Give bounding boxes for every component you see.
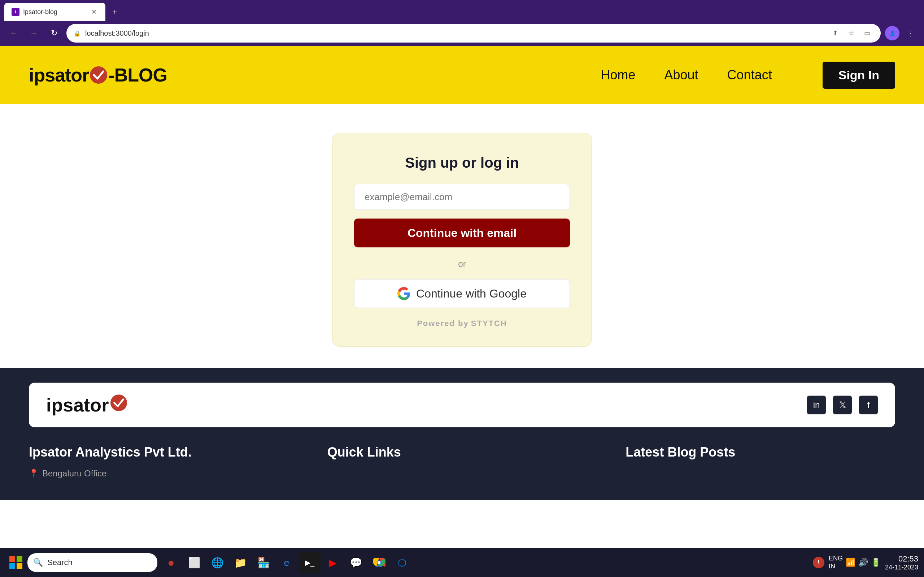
active-tab[interactable]: i Ipsator-blog ✕ [4,3,105,21]
brand-text-ipsator: ipsator [29,64,89,86]
language-indicator[interactable]: ENGIN [829,554,843,570]
sys-tray-icons: ENGIN 📶 🔊 🔋 [829,554,881,570]
brand-checkmark-icon [89,66,108,84]
tab-close-button[interactable]: ✕ [89,8,98,16]
taskbar-cortana[interactable]: ● [160,552,182,574]
google-icon [397,287,410,300]
taskbar-youtube[interactable]: ▶ [322,552,344,574]
reading-mode-icon[interactable]: ▭ [861,27,874,40]
taskbar-terminal[interactable]: ▶_ [299,552,320,574]
address-bar-row: ← → ↻ 🔒 localhost:3000/login ⬆ ☆ ▭ 👤 ⋮ [0,21,924,46]
or-line-right [472,264,570,264]
email-input[interactable] [354,184,570,210]
footer-bottom: Ipsator Analystics Pvt Ltd. 📍 Bengaluru … [29,445,895,479]
taskbar-right: ! ENGIN 📶 🔊 🔋 02:53 24-11-2023 [813,554,918,571]
windows-icon [9,555,23,570]
network-icon[interactable]: 📶 [846,558,855,567]
browser-chrome: i Ipsator-blog ✕ + ← → ↻ 🔒 localhost:300… [0,0,924,46]
user-avatar[interactable]: 👤 [885,26,900,40]
continue-google-text: Continue with Google [416,287,527,300]
share-icon[interactable]: ⬆ [829,27,842,40]
footer-brand: ipsator [46,394,128,416]
footer: ipsator in 𝕏 f Ipsator Analystics Pvt Lt… [0,368,924,500]
lock-icon: 🔒 [74,30,81,37]
start-button[interactable] [6,553,26,573]
chrome-icon [373,556,386,569]
tab-favicon: i [11,8,19,16]
menu-button[interactable]: ⋮ [902,25,918,41]
nav-home[interactable]: Home [601,68,635,82]
twitter-icon[interactable]: 𝕏 [833,396,852,414]
main-area: Sign up or log in Continue with email or… [0,104,924,368]
date-display: 24-11-2023 [885,564,918,571]
taskbar-search-text: Search [47,558,73,567]
navbar: ipsator -BLOG Home About Contact Sign In [0,46,924,104]
nav-links: Home About Contact Sign In [601,62,895,89]
footer-company-col: Ipsator Analystics Pvt Ltd. 📍 Bengaluru … [29,445,299,479]
login-title: Sign up or log in [405,155,519,171]
taskbar: 🔍 Search ● ⬜ 🌐 📁 🏪 e ▶_ ▶ 💬 ⬡ ! ENGIN 📶 [0,548,924,577]
footer-social-links: in 𝕏 f [807,396,878,414]
svg-point-1 [110,395,127,411]
taskbar-edge[interactable]: 🌐 [207,552,228,574]
footer-latest-posts-col: Latest Blog Posts [625,445,895,479]
svg-rect-2 [10,556,15,562]
svg-rect-5 [16,563,23,569]
taskbar-explorer[interactable]: 📁 [229,552,251,574]
sign-in-button[interactable]: Sign In [822,62,895,89]
continue-email-button[interactable]: Continue with email [354,219,570,247]
refresh-button[interactable]: ↻ [46,25,62,41]
footer-card: ipsator in 𝕏 f [29,383,895,427]
taskbar-taskview[interactable]: ⬜ [183,552,205,574]
continue-google-button[interactable]: Continue with Google [354,279,570,308]
stytch-brand: STYTCH [471,319,507,328]
battery-icon[interactable]: 🔋 [871,558,881,567]
taskbar-vscode[interactable]: ⬡ [391,552,413,574]
footer-brand-text: ipsator [46,394,109,416]
browser-actions: 👤 ⋮ [885,25,918,41]
taskbar-clock[interactable]: 02:53 24-11-2023 [885,554,918,571]
login-card: Sign up or log in Continue with email or… [332,133,592,347]
taskbar-search-icon: 🔍 [33,558,43,567]
brand-logo: ipsator -BLOG [29,64,601,86]
bookmark-icon[interactable]: ☆ [845,27,858,40]
nav-contact[interactable]: Contact [727,68,772,82]
sound-icon[interactable]: 🔊 [858,558,868,567]
footer-office-location: 📍 Bengaluru Office [29,469,299,479]
taskbar-discord[interactable]: 💬 [345,552,367,574]
footer-company-name: Ipsator Analystics Pvt Ltd. [29,445,299,460]
footer-quick-links-title: Quick Links [327,445,597,460]
linkedin-icon[interactable]: in [807,396,826,414]
url-text: localhost:3000/login [85,29,824,37]
time-display: 02:53 [898,554,918,564]
footer-quick-links-col: Quick Links [327,445,597,479]
svg-rect-4 [10,563,15,569]
new-tab-button[interactable]: + [107,4,123,20]
taskbar-store[interactable]: 🏪 [253,552,274,574]
svg-rect-3 [16,556,23,562]
forward-button[interactable]: → [26,25,42,41]
footer-latest-posts-title: Latest Blog Posts [625,445,895,460]
powered-by: Powered by STYTCH [417,319,507,328]
taskbar-apps: ● ⬜ 🌐 📁 🏪 e ▶_ ▶ 💬 ⬡ [160,552,413,574]
footer-brand-icon [110,394,128,416]
taskbar-browser2[interactable]: e [276,552,297,574]
or-divider: or [354,259,570,269]
taskbar-chrome[interactable] [368,552,390,574]
or-text: or [458,259,465,269]
back-button[interactable]: ← [6,25,22,41]
location-icon: 📍 [29,469,39,478]
taskbar-search[interactable]: 🔍 Search [27,553,157,572]
address-bar-icons: ⬆ ☆ ▭ [829,27,874,40]
brand-text-blog: -BLOG [108,64,167,86]
tab-bar: i Ipsator-blog ✕ + [0,0,924,21]
or-line-left [354,264,452,264]
tab-title: Ipsator-blog [23,8,86,16]
nav-about[interactable]: About [664,68,698,82]
page-content: ipsator -BLOG Home About Contact Sign In… [0,46,924,500]
facebook-icon[interactable]: f [859,396,878,414]
notification-badge[interactable]: ! [813,557,824,568]
address-bar[interactable]: 🔒 localhost:3000/login ⬆ ☆ ▭ [66,24,881,43]
svg-point-0 [90,66,107,84]
svg-point-8 [378,561,380,564]
